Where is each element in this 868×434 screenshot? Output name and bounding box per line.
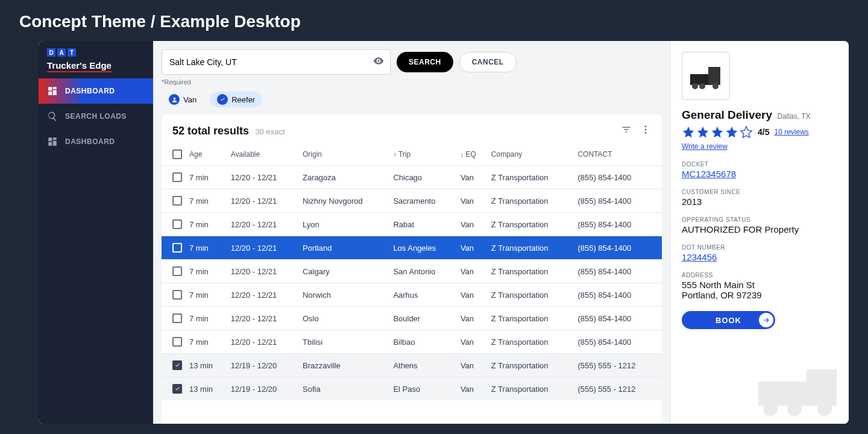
cell-available: 12/20 - 12/21 xyxy=(227,166,299,189)
cell-available: 12/19 - 12/20 xyxy=(227,377,299,401)
cell-eq: Van xyxy=(457,236,488,260)
more-icon[interactable] xyxy=(640,124,651,137)
row-checkbox[interactable] xyxy=(172,243,182,253)
cell-contact: (855) 854-1400 xyxy=(574,166,662,189)
cell-age: 7 min xyxy=(186,166,227,189)
row-checkbox[interactable] xyxy=(172,313,182,323)
col-age[interactable]: Age xyxy=(186,143,227,166)
cell-origin: Brazzaville xyxy=(299,354,389,377)
svg-point-3 xyxy=(645,132,647,134)
col-trip[interactable]: ↑Trip xyxy=(389,143,457,166)
chip-van[interactable]: Van xyxy=(162,92,204,107)
chip-label: Reefer xyxy=(231,95,255,104)
detail-label: DOT NUMBER xyxy=(682,244,838,251)
svg-point-6 xyxy=(692,83,698,89)
table-row[interactable]: 7 min 12/20 - 12/21 Calgary San Antonio … xyxy=(162,260,662,283)
cell-contact: (855) 854-1400 xyxy=(574,330,662,354)
nav-label: DASHBOARD xyxy=(65,87,115,95)
brand-letter: T xyxy=(68,48,76,57)
row-checkbox[interactable] xyxy=(172,196,182,206)
brand-name: Trucker's Edge xyxy=(47,60,112,72)
cell-trip: Los Angeles xyxy=(389,236,457,260)
results-exact: 30 exact xyxy=(256,127,285,136)
detail-field-docket: DOCKET MC12345678 xyxy=(682,161,838,179)
table-row[interactable]: 7 min 12/20 - 12/21 Tbilisi Bilbao Van Z… xyxy=(162,330,662,354)
detail-value: AUTHORIZED FOR Property xyxy=(682,224,838,234)
detail-value: 2013 xyxy=(682,197,838,207)
detail-value[interactable]: 1234456 xyxy=(682,252,838,262)
cell-available: 12/20 - 12/21 xyxy=(227,213,299,236)
row-checkbox[interactable] xyxy=(172,172,182,182)
nav-item-dashboard[interactable]: DASHBOARD xyxy=(39,129,153,154)
svg-rect-9 xyxy=(758,382,807,406)
table-row[interactable]: 7 min 12/20 - 12/21 Oslo Boulder Van Z T… xyxy=(162,307,662,330)
row-checkbox[interactable] xyxy=(172,337,182,347)
cell-age: 7 min xyxy=(186,283,227,307)
cell-available: 12/20 - 12/21 xyxy=(227,307,299,330)
visibility-icon[interactable] xyxy=(373,55,385,69)
svg-rect-5 xyxy=(708,67,720,85)
select-all-checkbox[interactable] xyxy=(172,149,182,159)
write-review-link[interactable]: Write a review xyxy=(682,142,728,151)
cell-company: Z Transportation xyxy=(488,283,574,307)
required-hint: *Required xyxy=(153,78,670,92)
cell-origin: Zaragoza xyxy=(299,166,389,189)
filter-icon[interactable] xyxy=(621,124,632,137)
cell-trip: Sacramento xyxy=(389,189,457,213)
star-icon xyxy=(682,125,695,139)
reviews-link[interactable]: 10 reviews xyxy=(774,128,808,136)
cell-age: 7 min xyxy=(186,307,227,330)
search-bar: SEARCH CANCEL xyxy=(153,41,670,78)
col-eq[interactable]: ↓EQ xyxy=(457,143,488,166)
sidebar: D A T Trucker's Edge DASHBOARDSEARCH LOA… xyxy=(39,41,153,424)
cell-eq: Van xyxy=(457,189,488,213)
table-row[interactable]: 13 min 12/19 - 12/20 Brazzaville Athens … xyxy=(162,354,662,377)
table-row[interactable]: 7 min 12/20 - 12/21 Portland Los Angeles… xyxy=(162,236,662,260)
table-row[interactable]: 7 min 12/20 - 12/21 Lyon Rabat Van Z Tra… xyxy=(162,213,662,236)
chip-reefer[interactable]: Reefer xyxy=(210,92,262,107)
col-origin[interactable]: Origin xyxy=(299,143,389,166)
table-row[interactable]: 7 min 12/20 - 12/21 Norwich Aarhus Van Z… xyxy=(162,283,662,307)
nav-item-dashboard[interactable]: DASHBOARD xyxy=(39,78,153,104)
col-company[interactable]: Company xyxy=(488,143,574,166)
table-row[interactable]: 7 min 12/20 - 12/21 Zaragoza Chicago Van… xyxy=(162,166,662,189)
row-checkbox[interactable] xyxy=(172,360,182,370)
cell-origin: Portland xyxy=(299,236,389,260)
table-row[interactable]: 7 min 12/20 - 12/21 Nizhny Novgorod Sacr… xyxy=(162,189,662,213)
star-icon xyxy=(725,125,738,139)
cell-contact: (855) 854-1400 xyxy=(574,307,662,330)
cell-eq: Van xyxy=(457,213,488,236)
nav-item-search-loads[interactable]: SEARCH LOADS xyxy=(39,104,153,129)
cell-company: Z Transportation xyxy=(488,330,574,354)
sort-desc-icon: ↓ xyxy=(461,151,464,158)
search-button[interactable]: SEARCH xyxy=(397,52,453,72)
dashboard-icon xyxy=(47,86,58,96)
row-checkbox[interactable] xyxy=(172,266,182,276)
nav-label: SEARCH LOADS xyxy=(65,112,127,121)
book-button[interactable]: BOOK xyxy=(682,311,775,329)
cell-contact: (855) 854-1400 xyxy=(574,260,662,283)
rating-stars xyxy=(682,125,753,139)
cell-contact: (555) 555 - 1212 xyxy=(574,354,662,377)
cell-age: 13 min xyxy=(186,377,227,401)
chip-label: Van xyxy=(183,95,197,104)
cell-trip: El Paso xyxy=(389,377,457,401)
search-input[interactable] xyxy=(162,49,391,75)
cell-company: Z Transportation xyxy=(488,189,574,213)
cell-eq: Van xyxy=(457,354,488,377)
col-available[interactable]: Available xyxy=(227,143,299,166)
cancel-button[interactable]: CANCEL xyxy=(459,52,517,72)
svg-point-7 xyxy=(699,83,705,89)
table-row[interactable]: 13 min 12/19 - 12/20 Sofia El Paso Van Z… xyxy=(162,377,662,401)
detail-label: CUSTOMER SINCE xyxy=(682,189,838,195)
row-checkbox[interactable] xyxy=(172,219,182,229)
detail-value[interactable]: MC12345678 xyxy=(682,169,838,179)
row-checkbox[interactable] xyxy=(172,384,182,394)
cell-company: Z Transportation xyxy=(488,213,574,236)
cell-age: 7 min xyxy=(186,236,227,260)
star-icon xyxy=(740,125,753,139)
cell-company: Z Transportation xyxy=(488,166,574,189)
col-contact[interactable]: CONTACT xyxy=(574,143,662,166)
detail-value: 555 North Main StPortland, OR 97239 xyxy=(682,280,838,300)
row-checkbox[interactable] xyxy=(172,290,182,300)
